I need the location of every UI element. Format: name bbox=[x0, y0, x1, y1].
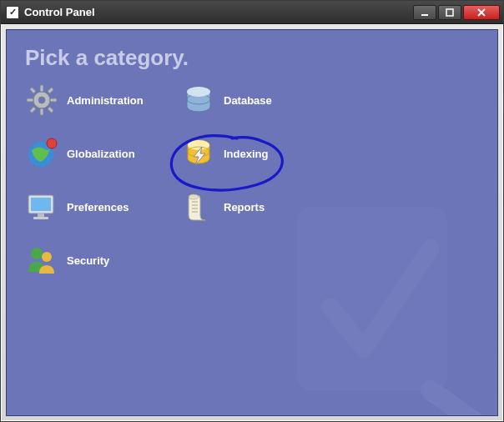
svg-rect-8 bbox=[27, 98, 33, 102]
users-icon bbox=[25, 244, 58, 277]
category-label: Security bbox=[67, 254, 109, 267]
indexing-icon bbox=[182, 137, 215, 170]
category-database[interactable]: Database bbox=[182, 83, 272, 117]
svg-rect-13 bbox=[48, 107, 54, 113]
svg-point-17 bbox=[187, 87, 210, 97]
category-reports[interactable]: Reports bbox=[182, 190, 265, 224]
svg-point-14 bbox=[38, 97, 45, 103]
client-area: Pick a category. bbox=[6, 29, 498, 416]
app-window: ✓ Control Panel Pick a category. bbox=[0, 0, 504, 422]
svg-rect-24 bbox=[31, 198, 51, 211]
minimize-icon bbox=[421, 8, 429, 17]
scroll-icon bbox=[182, 190, 215, 224]
category-label: Reports bbox=[224, 201, 265, 214]
svg-point-27 bbox=[189, 194, 199, 199]
category-security[interactable]: Security bbox=[25, 244, 109, 277]
svg-rect-1 bbox=[446, 9, 453, 16]
close-button[interactable] bbox=[463, 5, 500, 20]
globe-icon bbox=[25, 137, 58, 170]
category-label: Administration bbox=[67, 94, 144, 107]
monitor-icon bbox=[25, 190, 58, 224]
minimize-button[interactable] bbox=[413, 5, 436, 20]
category-label: Indexing bbox=[224, 148, 268, 160]
svg-rect-6 bbox=[40, 85, 43, 92]
svg-rect-4 bbox=[297, 207, 447, 390]
titlebar[interactable]: ✓ Control Panel bbox=[1, 1, 503, 24]
category-preferences[interactable]: Preferences bbox=[25, 190, 129, 224]
category-label: Preferences bbox=[67, 201, 129, 214]
svg-point-32 bbox=[31, 248, 43, 259]
svg-rect-25 bbox=[38, 214, 44, 217]
window-title: Control Panel bbox=[24, 6, 95, 18]
window-controls bbox=[411, 5, 500, 20]
maximize-button[interactable] bbox=[438, 5, 461, 20]
gear-icon bbox=[25, 83, 58, 117]
svg-rect-11 bbox=[48, 87, 54, 93]
category-label: Globalization bbox=[67, 148, 135, 160]
svg-rect-7 bbox=[40, 108, 43, 115]
svg-rect-9 bbox=[50, 98, 57, 102]
category-label: Database bbox=[224, 94, 272, 107]
database-icon bbox=[182, 83, 215, 117]
svg-point-19 bbox=[47, 138, 57, 148]
svg-point-33 bbox=[42, 252, 52, 262]
category-administration[interactable]: Administration bbox=[25, 83, 144, 117]
svg-point-21 bbox=[188, 140, 209, 150]
watermark-graphic bbox=[264, 182, 498, 416]
app-icon: ✓ bbox=[6, 6, 19, 19]
maximize-icon bbox=[446, 8, 454, 17]
svg-rect-12 bbox=[29, 107, 36, 113]
page-title: Pick a category. bbox=[7, 30, 497, 83]
close-icon bbox=[476, 8, 486, 17]
svg-rect-10 bbox=[29, 87, 36, 93]
category-globalization[interactable]: Globalization bbox=[25, 137, 135, 170]
svg-rect-26 bbox=[33, 217, 48, 219]
category-indexing[interactable]: Indexing bbox=[182, 137, 268, 170]
